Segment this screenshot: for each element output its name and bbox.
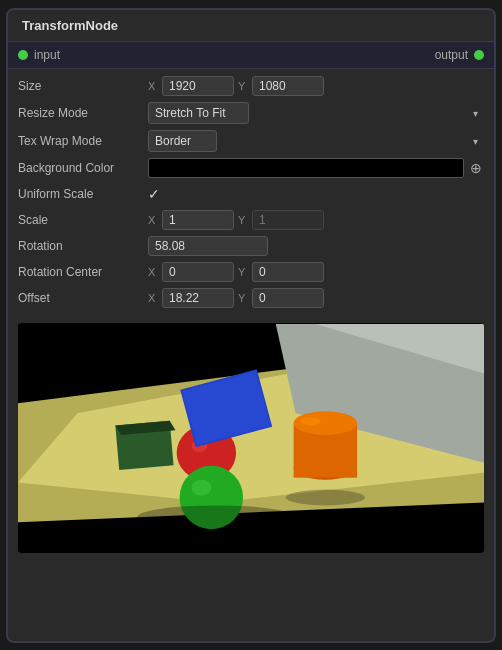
svg-point-12	[192, 479, 212, 495]
tex-wrap-mode-row: Tex Wrap Mode Border Clamp Repeat Mirror	[8, 127, 494, 155]
output-port[interactable]: output	[435, 48, 484, 62]
rotation-center-row: Rotation Center X Y	[8, 259, 494, 285]
rotation-center-x-input[interactable]	[162, 262, 234, 282]
preview-area	[18, 323, 484, 553]
size-x-label: X	[148, 80, 158, 92]
size-value: X Y	[148, 76, 484, 96]
input-port-label: input	[34, 48, 60, 62]
background-color-swatch[interactable]	[148, 158, 464, 178]
offset-label: Offset	[18, 291, 148, 305]
scale-x-label: X	[148, 214, 158, 226]
offset-x-input[interactable]	[162, 288, 234, 308]
size-x-input[interactable]	[162, 76, 234, 96]
io-row: input output	[8, 42, 494, 69]
size-label: Size	[18, 79, 148, 93]
scale-value: X Y	[148, 210, 484, 230]
tex-wrap-mode-dropdown[interactable]: Border Clamp Repeat Mirror	[148, 130, 217, 152]
uniform-scale-row: Uniform Scale ✓	[8, 181, 494, 207]
rotation-label: Rotation	[18, 239, 148, 253]
resize-mode-dropdown[interactable]: Stretch To Fit Keep Aspect Crop	[148, 102, 249, 124]
uniform-scale-check[interactable]: ✓	[148, 186, 160, 202]
rotation-center-value: X Y	[148, 262, 484, 282]
offset-value: X Y	[148, 288, 484, 308]
scale-y-label: Y	[238, 214, 248, 226]
rotation-center-y-input[interactable]	[252, 262, 324, 282]
scale-x-input[interactable]	[162, 210, 234, 230]
rotation-center-label: Rotation Center	[18, 265, 148, 279]
background-color-label: Background Color	[18, 161, 148, 175]
uniform-scale-value: ✓	[148, 186, 484, 202]
properties-panel: Size X Y Resize Mode Stretch To Fit Keep…	[8, 69, 494, 315]
output-port-label: output	[435, 48, 468, 62]
uniform-scale-label: Uniform Scale	[18, 187, 148, 201]
rotation-center-y-label: Y	[238, 266, 248, 278]
tex-wrap-mode-label: Tex Wrap Mode	[18, 134, 148, 148]
tex-wrap-mode-dropdown-wrapper: Border Clamp Repeat Mirror	[148, 130, 484, 152]
svg-point-17	[137, 505, 296, 529]
size-row: Size X Y	[8, 73, 494, 99]
offset-y-input[interactable]	[252, 288, 324, 308]
offset-y-label: Y	[238, 292, 248, 304]
background-color-value: ⊕	[148, 158, 484, 178]
preview-svg	[18, 323, 484, 553]
resize-mode-label: Resize Mode	[18, 106, 148, 120]
size-y-label: Y	[238, 80, 248, 92]
input-port[interactable]: input	[18, 48, 60, 62]
rotation-center-x-label: X	[148, 266, 158, 278]
background-color-row: Background Color ⊕	[8, 155, 494, 181]
node-title: TransformNode	[8, 10, 494, 42]
offset-x-label: X	[148, 292, 158, 304]
resize-mode-dropdown-wrapper: Stretch To Fit Keep Aspect Crop	[148, 102, 484, 124]
output-port-dot	[474, 50, 484, 60]
svg-point-18	[286, 489, 365, 505]
transform-node: TransformNode input output Size X Y Resi…	[6, 8, 496, 643]
rotation-input[interactable]	[148, 236, 268, 256]
svg-point-16	[301, 417, 321, 425]
resize-mode-row: Resize Mode Stretch To Fit Keep Aspect C…	[8, 99, 494, 127]
rotation-row: Rotation	[8, 233, 494, 259]
scale-row: Scale X Y	[8, 207, 494, 233]
size-y-input[interactable]	[252, 76, 324, 96]
offset-row: Offset X Y	[8, 285, 494, 311]
rotation-value	[148, 236, 484, 256]
eyedropper-button[interactable]: ⊕	[468, 160, 484, 176]
input-port-dot	[18, 50, 28, 60]
scale-y-input[interactable]	[252, 210, 324, 230]
scale-label: Scale	[18, 213, 148, 227]
